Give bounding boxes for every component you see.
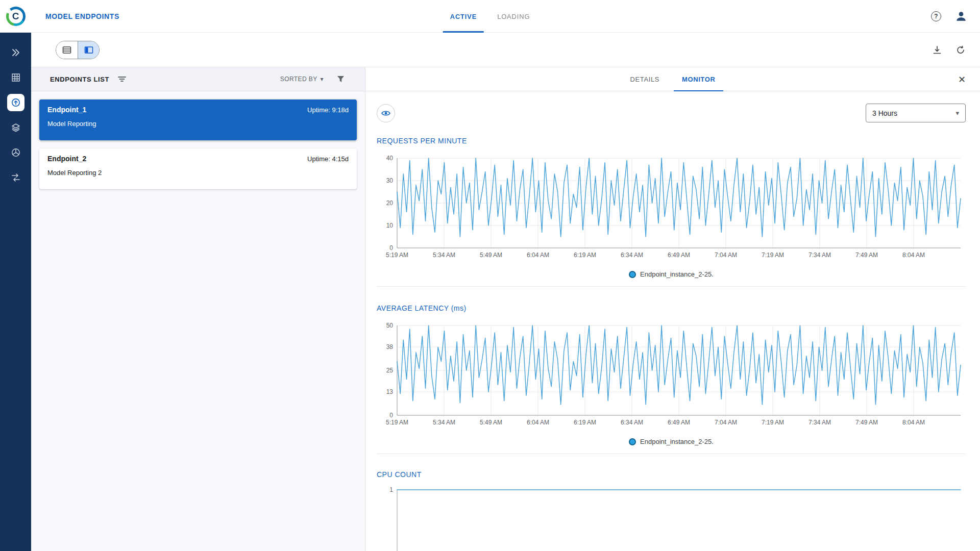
svg-text:0: 0 <box>389 412 393 419</box>
deployments-icon[interactable] <box>7 44 24 61</box>
legend-dot-icon <box>629 438 636 445</box>
sort-icon[interactable] <box>117 75 127 83</box>
endpoint-uptime: Uptime: 9:18d <box>307 106 349 114</box>
tab-monitor[interactable]: MONITOR <box>679 67 718 91</box>
svg-text:7:49 AM: 7:49 AM <box>855 252 878 259</box>
model-endpoints-icon[interactable] <box>7 94 24 111</box>
view-toggle <box>56 41 100 59</box>
legend-label: Endpoint_instance_2-25. <box>640 270 714 278</box>
svg-text:6:49 AM: 6:49 AM <box>668 419 690 426</box>
svg-text:8:04 AM: 8:04 AM <box>902 252 925 259</box>
legend-dot-icon <box>629 271 636 278</box>
tab-active[interactable]: ACTIVE <box>447 0 480 33</box>
svg-text:30: 30 <box>386 177 394 184</box>
svg-text:7:49 AM: 7:49 AM <box>855 419 878 426</box>
svg-text:5:19 AM: 5:19 AM <box>386 419 408 426</box>
app-logo[interactable]: C <box>6 7 26 26</box>
monitor-body: 3 Hours ▾ REQUESTS PER MINUTE 0102030405… <box>365 91 980 551</box>
tab-details[interactable]: DETAILS <box>627 67 663 91</box>
pipelines-icon[interactable] <box>7 169 24 186</box>
svg-text:6:19 AM: 6:19 AM <box>574 252 596 259</box>
caret-down-icon: ▾ <box>321 76 324 83</box>
requests-chart-section: REQUESTS PER MINUTE 0102030405:19 AM5:34… <box>377 137 966 287</box>
endpoints-list-title: ENDPOINTS LIST <box>50 76 109 83</box>
table-view-button[interactable] <box>56 41 78 59</box>
help-icon[interactable]: ? <box>931 11 941 21</box>
average-latency-chart: 0132538505:19 AM5:34 AM5:49 AM6:04 AM6:1… <box>377 322 966 429</box>
svg-text:5:34 AM: 5:34 AM <box>433 252 455 259</box>
svg-text:40: 40 <box>386 155 394 162</box>
endpoint-card-2[interactable]: Endpoint_2 Uptime: 4:15d Model Reporting… <box>39 148 357 189</box>
svg-text:5:19 AM: 5:19 AM <box>386 252 408 259</box>
svg-text:5:34 AM: 5:34 AM <box>433 419 455 426</box>
svg-text:7:19 AM: 7:19 AM <box>762 252 784 259</box>
monitor-panel: DETAILS MONITOR ✕ 3 Hours ▾ REQUESTS PER… <box>365 67 980 551</box>
top-bar: C MODEL ENDPOINTS ACTIVE LOADING ? <box>0 0 980 33</box>
requests-per-minute-chart: 0102030405:19 AM5:34 AM5:49 AM6:04 AM6:1… <box>377 155 966 261</box>
svg-text:6:34 AM: 6:34 AM <box>621 419 643 426</box>
endpoint-list: Endpoint_1 Uptime: 9:18d Model Reporting… <box>31 91 365 197</box>
time-range-value: 3 Hours <box>872 109 897 117</box>
chart-title: CPU COUNT <box>377 470 966 479</box>
svg-text:7:19 AM: 7:19 AM <box>762 419 784 426</box>
svg-text:38: 38 <box>386 343 394 350</box>
endpoint-name: Endpoint_2 <box>47 155 86 163</box>
svg-text:6:34 AM: 6:34 AM <box>621 252 643 259</box>
svg-text:6:04 AM: 6:04 AM <box>527 419 549 426</box>
cpu-count-chart: 1 <box>377 487 966 551</box>
app-logo-letter: C <box>9 9 23 23</box>
caret-down-icon: ▾ <box>955 109 959 117</box>
svg-text:6:49 AM: 6:49 AM <box>668 252 690 259</box>
latency-chart-section: AVERAGE LATENCY (ms) 0132538505:19 AM5:3… <box>377 304 966 454</box>
cpu-count-chart-section: CPU COUNT 1 <box>377 470 966 551</box>
grid-icon[interactable] <box>7 69 24 86</box>
header-tabs: ACTIVE LOADING <box>447 0 533 33</box>
svg-text:8:04 AM: 8:04 AM <box>902 419 925 426</box>
monitor-panel-header: DETAILS MONITOR ✕ <box>365 67 980 91</box>
endpoint-description: Model Reporting 2 <box>47 169 349 177</box>
close-icon[interactable]: ✕ <box>958 67 966 91</box>
side-rail <box>0 33 31 551</box>
endpoint-name: Endpoint_1 <box>47 106 86 114</box>
split-view-button[interactable] <box>78 41 99 59</box>
svg-text:50: 50 <box>386 322 394 329</box>
endpoint-uptime: Uptime: 4:15d <box>307 155 349 163</box>
endpoint-card-1[interactable]: Endpoint_1 Uptime: 9:18d Model Reporting <box>39 99 357 140</box>
svg-text:20: 20 <box>386 199 394 207</box>
svg-text:5:49 AM: 5:49 AM <box>480 252 502 259</box>
visibility-toggle-button[interactable] <box>377 104 395 122</box>
svg-text:6:19 AM: 6:19 AM <box>574 419 596 426</box>
tab-loading[interactable]: LOADING <box>494 0 533 33</box>
legend-label: Endpoint_instance_2-25. <box>640 438 714 445</box>
sorted-by-label: SORTED BY <box>280 76 317 83</box>
chart-title: REQUESTS PER MINUTE <box>377 137 966 145</box>
svg-text:7:34 AM: 7:34 AM <box>808 252 831 259</box>
svg-text:0: 0 <box>389 244 393 252</box>
filter-icon[interactable] <box>337 76 345 83</box>
refresh-icon[interactable] <box>955 45 966 55</box>
svg-text:1: 1 <box>389 487 393 493</box>
endpoints-panel: ENDPOINTS LIST SORTED BY ▾ Endpoint_1 <box>31 67 365 551</box>
chart-title: AVERAGE LATENCY (ms) <box>377 304 966 312</box>
palette-icon[interactable] <box>7 144 24 161</box>
layers-icon[interactable] <box>7 119 24 136</box>
svg-text:25: 25 <box>386 367 394 374</box>
time-range-select[interactable]: 3 Hours ▾ <box>866 104 966 122</box>
svg-text:7:04 AM: 7:04 AM <box>715 252 737 259</box>
sorted-by-dropdown[interactable]: SORTED BY ▾ <box>280 76 324 83</box>
svg-text:6:04 AM: 6:04 AM <box>527 252 549 259</box>
download-icon[interactable] <box>932 45 942 55</box>
chart-legend: Endpoint_instance_2-25. <box>377 438 966 445</box>
endpoint-description: Model Reporting <box>47 120 349 128</box>
svg-text:5:49 AM: 5:49 AM <box>480 419 502 426</box>
svg-text:13: 13 <box>386 388 394 395</box>
user-avatar[interactable] <box>954 10 968 23</box>
svg-text:7:04 AM: 7:04 AM <box>715 419 737 426</box>
svg-text:7:34 AM: 7:34 AM <box>808 419 831 426</box>
endpoints-panel-header: ENDPOINTS LIST SORTED BY ▾ <box>31 67 365 91</box>
toolbar <box>31 33 980 67</box>
svg-text:10: 10 <box>386 222 394 229</box>
chart-legend: Endpoint_instance_2-25. <box>377 270 966 278</box>
page-title: MODEL ENDPOINTS <box>45 12 119 20</box>
